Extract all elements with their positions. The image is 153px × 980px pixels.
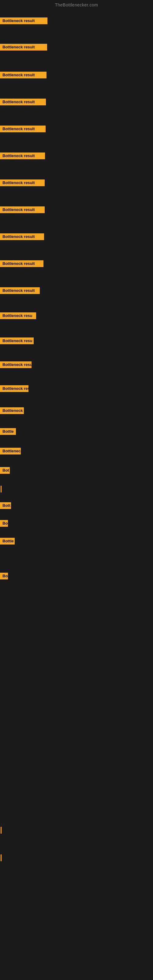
bottleneck-bar-1: Bottleneck result bbox=[0, 18, 48, 24]
bottleneck-bar-20 bbox=[1, 486, 2, 492]
bottleneck-bar-23: Bottle bbox=[0, 538, 15, 544]
bottleneck-bar-8: Bottleneck result bbox=[0, 207, 45, 213]
bottleneck-bar-11: Bottleneck result bbox=[0, 287, 40, 294]
bottleneck-bar-21: Bott bbox=[0, 502, 11, 509]
bottleneck-bar-6: Bottleneck result bbox=[0, 153, 45, 159]
bottleneck-bar-bottom-1 bbox=[1, 827, 2, 834]
bottleneck-bar-15: Bottleneck res bbox=[0, 385, 29, 392]
bottleneck-bar-22: Bo bbox=[0, 520, 8, 527]
bottleneck-bar-13: Bottleneck resu bbox=[0, 337, 33, 344]
bottleneck-bar-14: Bottleneck resu bbox=[0, 361, 32, 368]
bottleneck-bar-7: Bottleneck result bbox=[0, 180, 45, 186]
site-title: TheBottlenecker.com bbox=[0, 0, 153, 9]
bottleneck-bar-5: Bottleneck result bbox=[0, 126, 46, 132]
bottleneck-bar-18: Bottlenec bbox=[0, 448, 21, 455]
bottleneck-bar-17: Bottle bbox=[0, 428, 16, 435]
bottleneck-bar-9: Bottleneck result bbox=[0, 233, 44, 240]
bottleneck-bar-bottom-2 bbox=[1, 854, 2, 861]
bottleneck-bar-2: Bottleneck result bbox=[0, 44, 47, 51]
bottleneck-bar-24: Bo bbox=[0, 573, 8, 579]
page-wrapper: TheBottlenecker.com Bottleneck result Bo… bbox=[0, 0, 153, 980]
bottleneck-bar-10: Bottleneck result bbox=[0, 260, 43, 267]
bottleneck-bar-4: Bottleneck result bbox=[0, 99, 46, 105]
bottleneck-bar-19: Bot bbox=[0, 467, 10, 474]
bottleneck-bar-12: Bottleneck resu bbox=[0, 312, 36, 319]
bottleneck-bar-16: Bottleneck bbox=[0, 407, 24, 414]
bottleneck-bar-3: Bottleneck result bbox=[0, 72, 46, 78]
